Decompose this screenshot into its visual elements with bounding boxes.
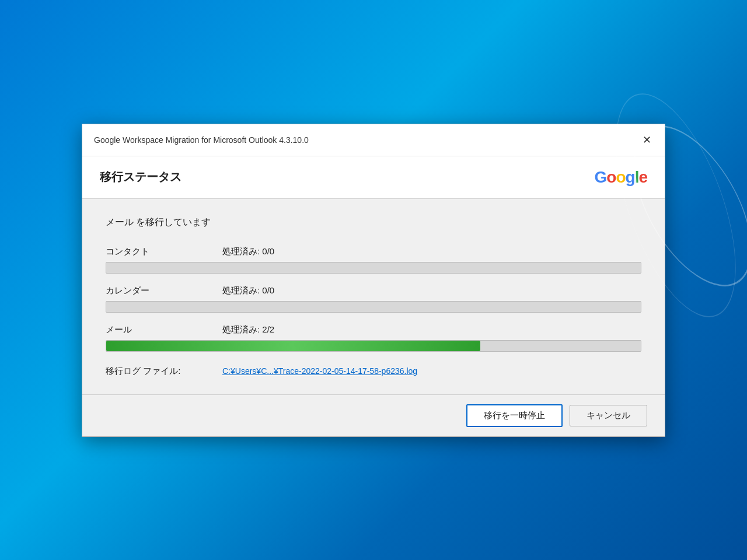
contacts-label: コンタクト xyxy=(106,246,222,257)
log-file-row: 移行ログ ファイル: C:¥Users¥C...¥Trace-2022-02-0… xyxy=(106,366,641,377)
title-bar: Google Workspace Migration for Microsoft… xyxy=(82,124,665,156)
calendar-label: カレンダー xyxy=(106,285,222,296)
calendar-row: カレンダー 処理済み: 0/0 xyxy=(106,285,641,313)
contacts-row: コンタクト 処理済み: 0/0 xyxy=(106,246,641,274)
calendar-status: 処理済み: 0/0 xyxy=(222,285,274,296)
contacts-header: コンタクト 処理済み: 0/0 xyxy=(106,246,641,257)
mail-header: メール 処理済み: 2/2 xyxy=(106,324,641,335)
migration-dialog: Google Workspace Migration for Microsoft… xyxy=(82,124,665,437)
contacts-progress-track xyxy=(106,262,641,274)
pause-button[interactable]: 移行を一時停止 xyxy=(466,404,563,427)
mail-progress-track xyxy=(106,340,641,352)
title-bar-text: Google Workspace Migration for Microsoft… xyxy=(94,135,309,145)
google-logo: Google xyxy=(595,168,647,187)
migrating-status-label: メール を移行しています xyxy=(106,216,641,229)
mail-status: 処理済み: 2/2 xyxy=(222,324,274,335)
cancel-button[interactable]: キャンセル xyxy=(570,405,647,426)
calendar-header: カレンダー 処理済み: 0/0 xyxy=(106,285,641,296)
contacts-status: 処理済み: 0/0 xyxy=(222,246,274,257)
mail-progress-fill xyxy=(106,341,480,351)
calendar-progress-track xyxy=(106,301,641,313)
log-file-link[interactable]: C:¥Users¥C...¥Trace-2022-02-05-14-17-58-… xyxy=(222,366,417,376)
dialog-title: 移行ステータス xyxy=(100,169,181,185)
log-file-label: 移行ログ ファイル: xyxy=(106,366,222,377)
dialog-header: 移行ステータス Google xyxy=(82,156,665,198)
dialog-footer: 移行を一時停止 キャンセル xyxy=(82,394,665,436)
dialog-body: メール を移行しています コンタクト 処理済み: 0/0 カレンダー 処理済み:… xyxy=(82,199,665,394)
mail-label: メール xyxy=(106,324,222,335)
mail-row: メール 処理済み: 2/2 xyxy=(106,324,641,352)
close-button[interactable]: ✕ xyxy=(638,131,655,149)
